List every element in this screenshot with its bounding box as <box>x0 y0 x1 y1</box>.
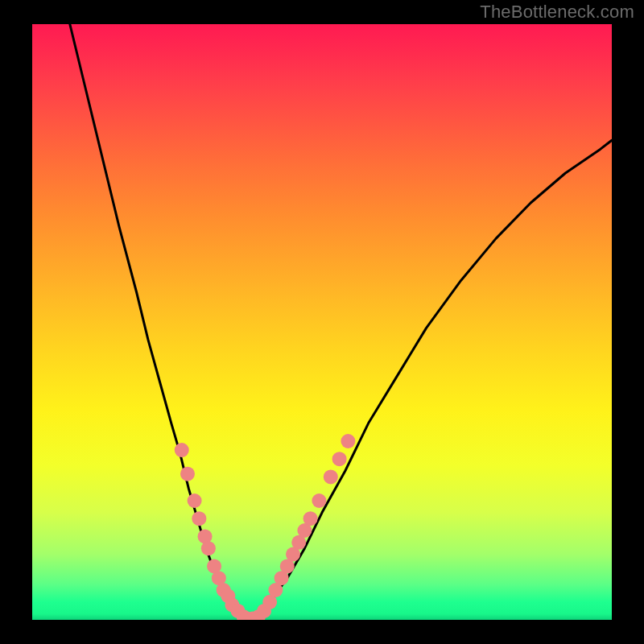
data-marker <box>180 467 195 481</box>
data-marker <box>312 493 326 508</box>
data-marker <box>341 434 355 448</box>
data-marker <box>303 511 318 526</box>
data-marker <box>201 541 216 555</box>
data-marker <box>324 469 338 484</box>
watermark-text: TheBottleneck.com <box>480 2 634 23</box>
data-marker <box>192 511 206 526</box>
data-marker <box>188 493 202 508</box>
plot-area <box>32 24 612 620</box>
chart-svg <box>32 24 612 620</box>
chart-frame: TheBottleneck.com <box>0 0 644 644</box>
data-marker <box>175 443 189 457</box>
curve-left-branch <box>70 24 247 620</box>
data-marker <box>332 452 347 466</box>
